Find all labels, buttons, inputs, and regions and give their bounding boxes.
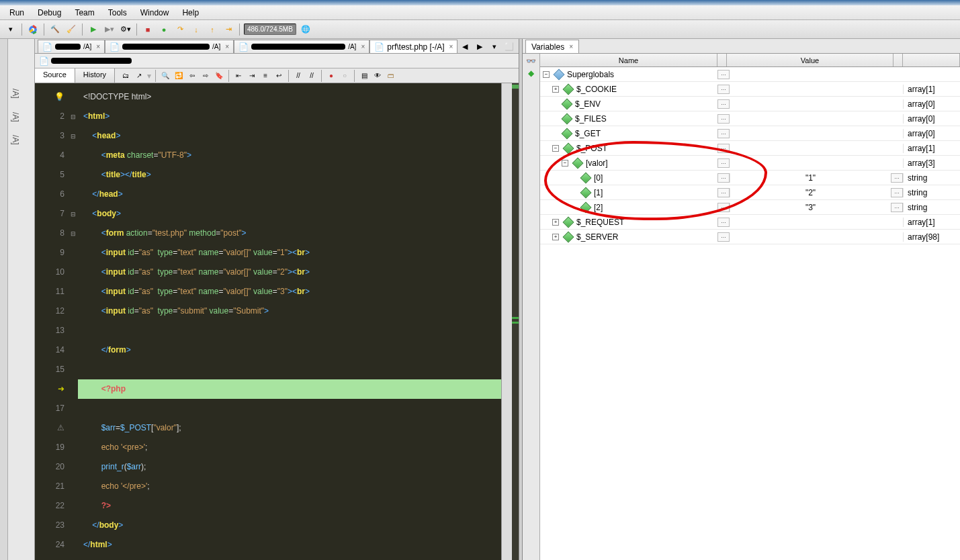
main-toolbar: ▾ 🔨 🧹 ▶ ▶▾ ⚙▾ ■ ● ↷ ↓ ↑ ⇥ 486.0/724.5MB …	[0, 20, 960, 39]
side-tab[interactable]: /A]	[11, 112, 20, 122]
stack-icon[interactable]: ▤	[359, 71, 369, 81]
run-to-cursor-icon[interactable]: ⇥	[222, 23, 235, 36]
line-gutter: 💡 234 567 8910 111213 1415➜ 17⚠19 202122…	[35, 83, 69, 560]
fold-icon[interactable]: ⊟	[69, 224, 78, 243]
shift-right-icon[interactable]: ⇥	[247, 71, 257, 81]
expand-icon[interactable]: +	[552, 86, 559, 93]
step-out-icon[interactable]: ↑	[206, 23, 219, 36]
fold-icon[interactable]: ⊟	[69, 126, 78, 146]
more-icon[interactable]: …	[717, 218, 730, 227]
run-icon[interactable]: ▶	[87, 23, 100, 36]
menu-team[interactable]: Team	[69, 7, 99, 19]
expand-icon[interactable]: +	[552, 219, 559, 226]
file-tabs-row: 📄/A]× 📄/A]× 📄/A]× 📄prf\test.php [-/A]× ◀…	[35, 39, 519, 54]
var-icon	[580, 187, 592, 198]
build-icon[interactable]: 🔨	[48, 23, 62, 36]
menu-tools[interactable]: Tools	[103, 7, 132, 19]
file-tab[interactable]: 📄/A]×	[38, 40, 105, 53]
more-icon[interactable]: …	[717, 129, 730, 138]
gc-icon[interactable]: 🌐	[299, 23, 312, 36]
close-icon[interactable]: ×	[569, 43, 573, 50]
filter-icon[interactable]: ◆	[528, 68, 534, 78]
file-tab[interactable]: 📄/A]×	[234, 40, 369, 53]
find-icon[interactable]: 🔍	[160, 71, 171, 81]
step-over-icon[interactable]: ↷	[173, 23, 187, 36]
collapse-icon[interactable]: −	[552, 145, 559, 152]
more-icon[interactable]: …	[717, 70, 730, 79]
tab-prev-icon[interactable]: ◀	[458, 40, 472, 53]
more-icon[interactable]: …	[717, 158, 730, 168]
menu-help[interactable]: Help	[177, 7, 204, 19]
close-icon[interactable]: ×	[96, 43, 100, 50]
scrollbar[interactable]	[501, 83, 512, 560]
chrome-icon[interactable]	[26, 23, 40, 36]
collapse-icon[interactable]: −	[562, 160, 568, 167]
close-icon[interactable]: ×	[449, 43, 453, 50]
more-icon[interactable]: …	[717, 114, 730, 124]
expand-icon[interactable]: +	[552, 234, 559, 240]
var-header: Name Value	[540, 54, 960, 67]
shift-left-icon[interactable]: ⇤	[233, 71, 244, 81]
bookmark-icon[interactable]: 🔖	[214, 71, 224, 81]
format-icon[interactable]: ≡	[260, 71, 271, 81]
history-tab[interactable]: History	[75, 68, 115, 83]
variables-tab[interactable]: Variables×	[525, 40, 579, 53]
profile-icon[interactable]: ⚙▾	[119, 23, 132, 36]
more-icon[interactable]: …	[717, 232, 730, 242]
wrap-icon[interactable]: ↩	[273, 71, 284, 81]
menu-debug[interactable]: Debug	[32, 7, 67, 19]
next-icon[interactable]: ⇨	[200, 71, 211, 81]
more-icon[interactable]: …	[891, 203, 903, 212]
left-side-tabs[interactable]: /A] /A] /A]	[8, 86, 23, 148]
export-icon[interactable]: ↗	[134, 71, 144, 81]
step-into-icon[interactable]: ↓	[189, 23, 203, 36]
var-icon	[562, 98, 573, 109]
code-editor[interactable]: 💡 234 567 8910 111213 1415➜ 17⚠19 202122…	[35, 83, 519, 560]
more-icon[interactable]: …	[717, 85, 730, 94]
close-icon[interactable]: ×	[225, 43, 229, 50]
more-icon[interactable]: …	[717, 99, 730, 109]
overview-ruler[interactable]	[512, 83, 519, 560]
close-icon[interactable]: ×	[361, 43, 365, 50]
side-tab[interactable]: /A]	[11, 135, 20, 145]
variables-tree[interactable]: −Superglobals… +$_COOKIE…array[1] $_ENV……	[540, 67, 960, 560]
prev-icon[interactable]: ⇦	[187, 71, 198, 81]
more-icon[interactable]: …	[717, 144, 730, 153]
maximize-icon[interactable]: ⬜	[503, 40, 516, 53]
more-icon[interactable]: …	[891, 188, 903, 197]
tab-list-icon[interactable]: ▾	[488, 40, 501, 53]
disable-bp-icon[interactable]: ○	[339, 71, 350, 81]
code-lines[interactable]: <!DOCTYPE html> <html> <head> <meta char…	[78, 83, 501, 560]
source-tab[interactable]: Source	[35, 68, 75, 83]
name-col[interactable]: Name	[540, 54, 717, 66]
separator	[21, 24, 22, 36]
more-icon[interactable]: …	[891, 173, 903, 183]
more-icon[interactable]: …	[717, 173, 730, 183]
fold-icon[interactable]: ⊟	[69, 204, 78, 224]
file-tab-active[interactable]: 📄prf\test.php [-/A]×	[369, 40, 457, 53]
db-icon[interactable]: 🗃	[386, 71, 396, 81]
clean-icon[interactable]: 🧹	[64, 23, 78, 36]
value-col[interactable]: Value	[727, 54, 893, 66]
memory-indicator[interactable]: 486.0/724.5MB	[244, 24, 296, 35]
more-icon[interactable]: …	[717, 203, 730, 212]
menu-run[interactable]: Run	[4, 7, 30, 19]
tree-icon[interactable]: 🗂	[120, 71, 131, 81]
menu-window[interactable]: Window	[135, 7, 175, 19]
fold-icon[interactable]: ⊟	[69, 107, 78, 126]
uncomment-icon[interactable]: //	[306, 71, 317, 81]
side-tab[interactable]: /A]	[11, 89, 20, 99]
dropdown-button[interactable]: ▾	[4, 23, 17, 36]
stop-icon[interactable]: ■	[141, 23, 155, 36]
tab-next-icon[interactable]: ▶	[473, 40, 486, 53]
breakpoint-icon[interactable]: ●	[326, 71, 337, 81]
more-icon[interactable]: …	[717, 188, 730, 197]
collapse-icon[interactable]: −	[543, 71, 550, 78]
file-tab[interactable]: 📄/A]×	[105, 40, 234, 53]
continue-icon[interactable]: ●	[157, 23, 171, 36]
replace-icon[interactable]: 🔁	[173, 71, 184, 81]
comment-icon[interactable]: //	[293, 71, 304, 81]
watch-icon[interactable]: 👓	[526, 56, 536, 66]
watch-icon[interactable]: 👁	[372, 71, 383, 81]
debug-icon[interactable]: ▶▾	[103, 23, 116, 36]
